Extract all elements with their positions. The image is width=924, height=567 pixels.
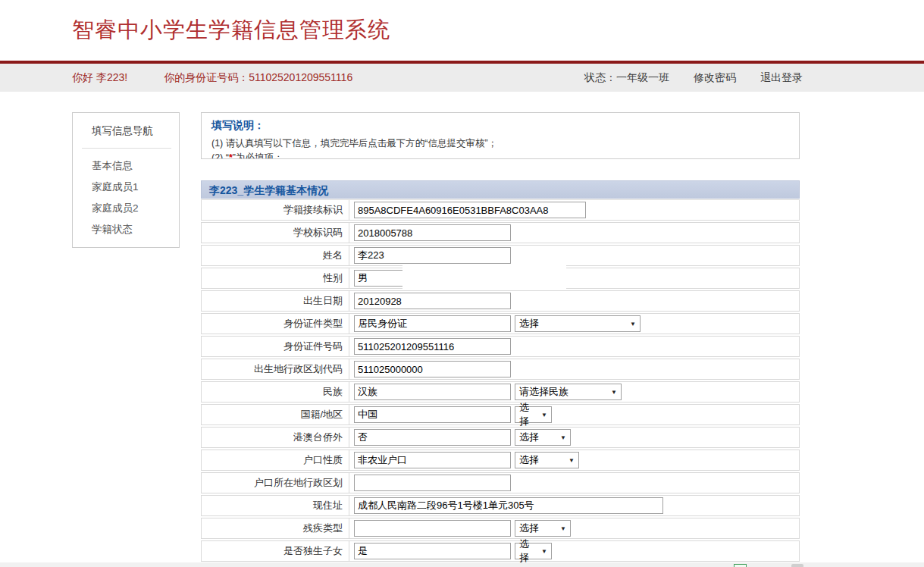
- user-bar-right: 状态：一年级一班 修改密码 退出登录: [584, 71, 803, 85]
- household-type-select[interactable]: 选择 ▼: [515, 452, 579, 468]
- birthplace-code-input[interactable]: [354, 361, 511, 377]
- page: 智睿中小学生学籍信息管理系统 你好 李223! 你的身份证号码：51102520…: [0, 0, 924, 567]
- field-label: 学校标识码: [202, 223, 349, 243]
- user-id-label: 你的身份证号码：: [164, 71, 249, 83]
- id-type-input[interactable]: [354, 315, 511, 332]
- school-id-input[interactable]: [354, 224, 511, 241]
- site-header: 智睿中小学生学籍信息管理系统: [0, 0, 924, 61]
- status-value: 一年级一班: [616, 71, 669, 83]
- form-section-header: 李223_学生学籍基本情况: [201, 180, 800, 199]
- nationality-input[interactable]: [354, 406, 511, 423]
- address-input[interactable]: [354, 497, 663, 514]
- notice-box: 填写说明： (1) 请认真填写以下信息，填完完毕后点击最下方的“信息提交审核”；…: [201, 112, 800, 159]
- sidebar-item-enrollment-status[interactable]: 学籍状态: [73, 219, 179, 240]
- dropdown-arrow-icon: ▼: [541, 412, 547, 418]
- form-row-birth-date: 出生日期 ▼: [201, 290, 800, 312]
- dropdown-arrow-icon: ▼: [560, 434, 566, 441]
- form-row-only-child: 是否独生子女 选择 ▼: [201, 540, 800, 562]
- form-rows: 学籍接续标识 ▼ 学校标识码 ▼ 姓名 ▼ 性: [201, 199, 800, 562]
- notice-line-1: (1) 请认真填写以下信息，填完完毕后点击最下方的“信息提交审核”；: [211, 136, 789, 151]
- site-title: 智睿中小学生学籍信息管理系统: [72, 15, 390, 45]
- notice-title: 填写说明：: [211, 119, 789, 133]
- id-number-input[interactable]: [354, 338, 511, 355]
- form-row-birthplace-code: 出生地行政区划代码 ▼: [201, 359, 800, 380]
- field-label: 港澳台侨外: [202, 428, 349, 447]
- form-row-continuation-id: 学籍接续标识 ▼: [201, 199, 800, 221]
- form-row-school-id: 学校标识码 ▼: [201, 222, 800, 243]
- sidebar-item-family-member-1[interactable]: 家庭成员1: [73, 177, 179, 198]
- sidebar-item-family-member-2[interactable]: 家庭成员2: [73, 198, 179, 219]
- status-label: 状态：: [584, 71, 616, 83]
- form-row-id-type: 身份证件类型 选择 ▼: [201, 313, 800, 334]
- field-label: 性别: [202, 268, 349, 288]
- form-row-household-region: 户口所在地行政区划 ▼: [201, 472, 800, 493]
- form-row-hmt-overseas: 港澳台侨外 选择 ▼: [201, 427, 800, 448]
- field-label: 是否独生子女: [202, 541, 349, 561]
- green-artifact-icon: [734, 564, 747, 567]
- form-row-name: 姓名 ▼: [201, 245, 800, 266]
- name-input[interactable]: [354, 247, 511, 264]
- sidebar-title: 填写信息导航: [73, 113, 179, 138]
- only-child-select[interactable]: 选择 ▼: [515, 543, 552, 559]
- dropdown-arrow-icon: ▼: [541, 548, 547, 555]
- birth-date-input[interactable]: [354, 293, 511, 309]
- white-overlay-patch: [402, 265, 566, 290]
- gray-artifact-icon: [791, 564, 803, 567]
- field-label: 学籍接续标识: [202, 200, 349, 220]
- field-label: 户口性质: [202, 450, 349, 470]
- hmt-overseas-input[interactable]: [354, 429, 511, 446]
- student-basic-info-form: 李223_学生学籍基本情况 学籍接续标识 ▼ 学校标识码 ▼ 姓名: [201, 180, 800, 562]
- household-region-input[interactable]: [354, 475, 511, 491]
- only-child-input[interactable]: [354, 543, 511, 559]
- form-row-id-number: 身份证件号码 ▼: [201, 336, 800, 357]
- field-label: 出生日期: [202, 291, 349, 311]
- sidebar-divider: [82, 148, 171, 149]
- ethnicity-select[interactable]: 请选择民族 ▼: [515, 384, 622, 400]
- form-row-address: 现住址 ▼: [201, 495, 800, 516]
- change-password-link[interactable]: 修改密码: [694, 71, 736, 85]
- notice-line-2: (2) “*”为必填项；: [211, 151, 789, 159]
- ethnicity-input[interactable]: [354, 384, 511, 400]
- status: 状态：一年级一班: [584, 71, 669, 85]
- user-id: 你的身份证号码：511025201209551116: [164, 71, 352, 85]
- continuation-id-input[interactable]: [354, 202, 586, 218]
- user-bar: 你好 李223! 你的身份证号码：511025201209551116 状态：一…: [0, 64, 924, 92]
- form-row-ethnicity: 民族 请选择民族 ▼: [201, 381, 800, 403]
- dropdown-arrow-icon: ▼: [560, 525, 566, 532]
- household-type-input[interactable]: [354, 452, 511, 468]
- field-label: 姓名: [202, 246, 349, 265]
- user-id-value: 511025201209551116: [249, 71, 352, 83]
- field-label: 残疾类型: [202, 518, 349, 538]
- logout-link[interactable]: 退出登录: [760, 71, 803, 85]
- nationality-select[interactable]: 选择 ▼: [515, 406, 552, 423]
- bottom-strip: [0, 562, 924, 567]
- sidebar-item-basic-info[interactable]: 基本信息: [73, 155, 179, 177]
- form-row-nationality: 国籍/地区 选择 ▼: [201, 404, 800, 425]
- dropdown-arrow-icon: ▼: [630, 321, 636, 327]
- field-label: 出生地行政区划代码: [202, 359, 349, 379]
- field-label: 国籍/地区: [202, 405, 349, 424]
- dropdown-arrow-icon: ▼: [568, 457, 575, 464]
- dropdown-arrow-icon: ▼: [611, 389, 617, 396]
- sidebar: 填写信息导航 基本信息 家庭成员1 家庭成员2 学籍状态: [72, 112, 180, 248]
- form-row-disability-type: 残疾类型 选择 ▼: [201, 518, 800, 539]
- field-label: 民族: [202, 382, 349, 402]
- disability-type-select[interactable]: 选择 ▼: [515, 520, 571, 537]
- form-row-household-type: 户口性质 选择 ▼: [201, 450, 800, 471]
- field-label: 身份证件号码: [202, 337, 349, 356]
- disability-type-input[interactable]: [354, 520, 511, 537]
- hmt-overseas-select[interactable]: 选择 ▼: [515, 429, 571, 446]
- field-label: 户口所在地行政区划: [202, 473, 349, 493]
- user-greeting: 你好 李223!: [72, 71, 127, 85]
- field-label: 现住址: [202, 496, 349, 515]
- id-type-select[interactable]: 选择 ▼: [515, 315, 641, 332]
- field-label: 身份证件类型: [202, 314, 349, 334]
